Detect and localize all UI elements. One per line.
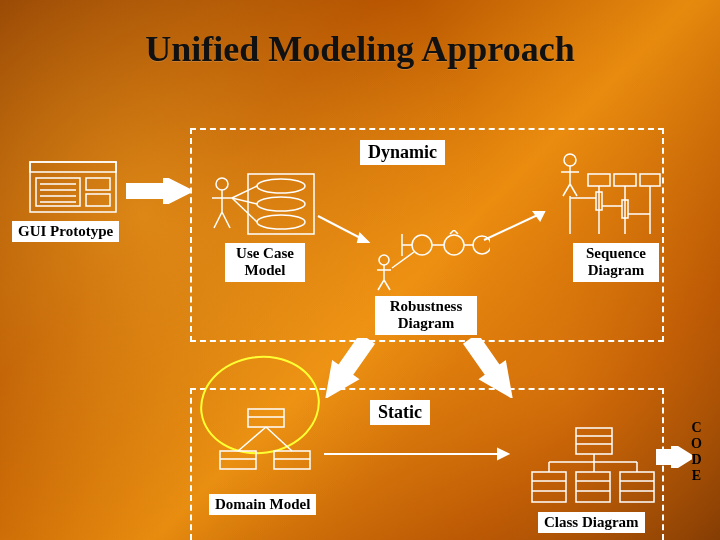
slide-canvas: Unified Modeling Approach Dynamic Static… bbox=[0, 0, 720, 540]
usecase-actor-icon bbox=[208, 170, 318, 240]
svg-marker-85 bbox=[656, 447, 690, 467]
arrow-usecase-to-robustness bbox=[316, 212, 378, 250]
arrow-robustness-to-domain bbox=[312, 338, 382, 398]
static-section-label: Static bbox=[370, 400, 430, 425]
svg-rect-62 bbox=[532, 472, 566, 502]
svg-rect-51 bbox=[248, 409, 284, 427]
svg-line-13 bbox=[222, 212, 230, 228]
svg-point-29 bbox=[444, 235, 464, 255]
svg-line-37 bbox=[563, 184, 570, 196]
svg-point-9 bbox=[216, 178, 228, 190]
svg-marker-81 bbox=[319, 338, 375, 398]
arrow-robustness-to-class bbox=[456, 338, 526, 398]
svg-rect-59 bbox=[576, 428, 612, 454]
svg-point-17 bbox=[257, 215, 305, 229]
code-label: CODE bbox=[691, 420, 702, 484]
robustness-icon bbox=[370, 230, 490, 292]
svg-point-28 bbox=[412, 235, 432, 255]
svg-marker-78 bbox=[358, 234, 368, 242]
svg-rect-1 bbox=[30, 162, 116, 172]
svg-point-34 bbox=[564, 154, 576, 166]
dynamic-section-label: Dynamic bbox=[360, 140, 445, 165]
svg-rect-68 bbox=[620, 472, 654, 502]
svg-line-79 bbox=[484, 212, 544, 240]
gui-window-icon bbox=[28, 160, 118, 216]
svg-line-58 bbox=[266, 427, 292, 451]
svg-rect-7 bbox=[86, 178, 110, 190]
svg-rect-53 bbox=[220, 451, 256, 469]
page-title: Unified Modeling Approach bbox=[0, 28, 720, 70]
svg-line-31 bbox=[392, 252, 414, 268]
svg-line-57 bbox=[238, 427, 266, 451]
domain-model-label: Domain Model bbox=[209, 494, 316, 515]
svg-line-12 bbox=[214, 212, 222, 228]
svg-point-15 bbox=[257, 179, 305, 193]
class-diagram-label: Class Diagram bbox=[538, 512, 645, 533]
arrow-domain-to-class bbox=[322, 442, 522, 466]
gui-prototype-label: GUI Prototype bbox=[12, 221, 119, 242]
svg-rect-8 bbox=[86, 194, 110, 206]
svg-rect-55 bbox=[274, 451, 310, 469]
svg-rect-14 bbox=[248, 174, 314, 234]
sequence-diagram-icon bbox=[552, 150, 662, 240]
use-case-model-label: Use CaseModel bbox=[225, 243, 305, 282]
svg-rect-41 bbox=[640, 174, 660, 186]
domain-boxes-icon bbox=[216, 405, 316, 485]
arrow-gui-to-usecase bbox=[126, 178, 190, 204]
arrow-robustness-to-sequence bbox=[480, 206, 554, 246]
arrow-class-to-code bbox=[656, 446, 692, 468]
svg-line-24 bbox=[378, 280, 384, 290]
svg-rect-0 bbox=[30, 162, 116, 212]
svg-marker-82 bbox=[462, 338, 518, 398]
sequence-diagram-label: SequenceDiagram bbox=[573, 243, 659, 282]
svg-rect-40 bbox=[614, 174, 636, 186]
svg-point-16 bbox=[257, 197, 305, 211]
svg-line-38 bbox=[570, 184, 577, 196]
svg-point-21 bbox=[379, 255, 389, 265]
svg-line-18 bbox=[232, 186, 257, 198]
svg-marker-76 bbox=[126, 180, 188, 202]
class-diagram-icon bbox=[528, 426, 658, 506]
svg-line-25 bbox=[384, 280, 390, 290]
svg-rect-65 bbox=[576, 472, 610, 502]
svg-marker-84 bbox=[498, 449, 508, 459]
svg-rect-39 bbox=[588, 174, 610, 186]
robustness-diagram-label: RobustnessDiagram bbox=[375, 296, 477, 335]
